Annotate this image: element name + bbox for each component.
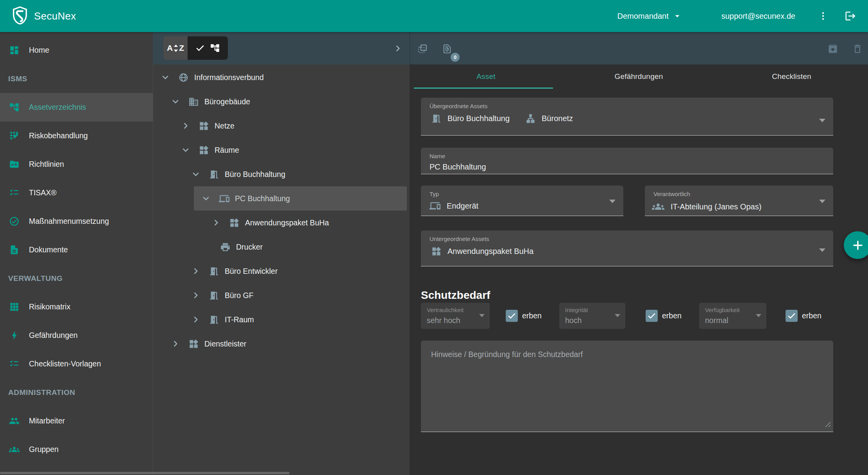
dropdown-arrow-icon[interactable]: [609, 200, 616, 203]
chevron-down-icon[interactable]: [170, 96, 181, 107]
sidebar-item-gruppen[interactable]: Gruppen: [0, 435, 153, 464]
attach-file-icon[interactable]: [442, 43, 453, 54]
tab-gefaehrdungen[interactable]: Gefährdungen: [562, 64, 715, 89]
sidebar-item-richtlinien[interactable]: Richtlinien: [0, 150, 153, 179]
chevron-down-icon[interactable]: [191, 169, 201, 179]
tree-item-dienstleister[interactable]: Dienstleister: [153, 332, 410, 356]
schutzbedarf-heading: Schutzbedarf: [421, 289, 490, 302]
sidebar-item-gefaehrdungen[interactable]: Gefährdungen: [0, 321, 153, 350]
add-asset-fab[interactable]: [844, 231, 868, 259]
sidebar-item-mitarbeiter[interactable]: Mitarbeiter: [0, 407, 153, 435]
logout-icon[interactable]: [845, 10, 856, 22]
chevron-right-icon[interactable]: [170, 339, 181, 349]
tree-item-drucker[interactable]: Drucker: [153, 235, 410, 259]
door-icon: [209, 266, 219, 277]
tree-item-informationsverbund[interactable]: Informationsverbund: [153, 65, 410, 89]
check-icon: [507, 311, 516, 320]
schutzbedarf-notes-input[interactable]: [421, 341, 833, 432]
sidebar-section-verwaltung: VERWALTUNG: [0, 264, 153, 293]
type-select[interactable]: Typ Endgerät: [421, 186, 623, 216]
verfuegbarkeit-select[interactable]: Verfügbarkeit normal: [699, 303, 766, 329]
dropdown-arrow-icon[interactable]: [819, 248, 825, 252]
child-assets-field[interactable]: Untergeordnete Assets Anwendungspaket Bu…: [421, 230, 833, 266]
tree-item-it-raum[interactable]: IT-Raum: [153, 307, 410, 332]
flip-to-back-icon[interactable]: [417, 43, 428, 54]
chevron-right-icon[interactable]: [191, 266, 201, 276]
sort-alphabetical-button[interactable]: AZ: [163, 36, 188, 60]
dropdown-arrow-icon[interactable]: [819, 119, 825, 122]
tree-item-buero-entwickler[interactable]: Büro Entwickler: [153, 259, 410, 283]
erben-checkbox[interactable]: [646, 310, 658, 322]
sidebar-item-massnahmenumsetzung[interactable]: Maßnahmenumsetzung: [0, 207, 153, 236]
delete-icon[interactable]: [852, 43, 863, 54]
tree-item-label: Büro GF: [225, 291, 254, 300]
account-tree-icon: [9, 102, 20, 112]
sidebar-item-dokumente[interactable]: Dokumente: [0, 236, 153, 264]
chevron-right-icon[interactable]: [191, 314, 201, 325]
tree-item-anwendungspaket-buha[interactable]: Anwendungspaket BuHa: [153, 211, 410, 235]
chip-label: Büro Buchhaltung: [447, 114, 510, 123]
parent-assets-field[interactable]: Übergeordnete Assets Büro Buchhaltung Bü…: [421, 98, 833, 136]
sidebar-item-tisax[interactable]: TISAX®: [0, 179, 153, 207]
responsible-select[interactable]: Verantwortlich IT-Abteilung (Janes Opas): [645, 186, 833, 216]
asset-chip[interactable]: Anwendungspaket BuHa: [431, 246, 533, 257]
chevron-right-icon[interactable]: [191, 290, 201, 300]
integritaet-select[interactable]: Integrität hoch: [559, 303, 625, 329]
schutzbedarf-row: Vertraulichkeit sehr hoch erben Integrit…: [421, 303, 833, 329]
tab-asset[interactable]: Asset: [410, 64, 562, 89]
sidebar-item-assetverzeichnis[interactable]: Assetverzeichnis: [0, 93, 153, 121]
sidebar-item-checklisten-vorlagen[interactable]: Checklisten-Vorlagen: [0, 350, 153, 378]
tree-item-raeume[interactable]: Räume: [153, 138, 410, 162]
widgets-icon: [229, 218, 240, 228]
sidebar-item-label: Gruppen: [29, 445, 59, 454]
more-vert-icon[interactable]: [818, 11, 828, 21]
tree-item-buerogebaeude[interactable]: Bürogebäude: [153, 89, 410, 114]
network-icon: [525, 113, 536, 124]
chip-label: Anwendungspaket BuHa: [447, 247, 533, 256]
tree-view-button[interactable]: [188, 36, 228, 60]
sidebar-item-home[interactable]: Home: [0, 36, 153, 64]
sidebar-item-risikomatrix[interactable]: Risikomatrix: [0, 293, 153, 321]
erben-checkbox[interactable]: [506, 310, 518, 322]
field-label: Verantwortlich: [645, 186, 833, 197]
checkbox-label: erben: [522, 311, 542, 320]
horizontal-scrollbar[interactable]: [0, 472, 290, 474]
archive-icon[interactable]: [827, 43, 838, 54]
tree-item-buero-buchhaltung[interactable]: Büro Buchhaltung: [153, 162, 410, 186]
parent-assets-chips: Büro Buchhaltung Büronetz: [421, 109, 833, 124]
tree-item-label: Büro Entwickler: [225, 267, 277, 276]
tree-item-label: Räume: [215, 146, 239, 155]
door-icon: [209, 169, 219, 180]
tenant-selector[interactable]: Demomandant: [617, 11, 682, 21]
sidebar-item-riskobehandlung[interactable]: Riskobehandlung: [0, 121, 153, 150]
chevron-right-icon[interactable]: [393, 43, 403, 54]
sidebar-item-label: Risikomatrix: [29, 302, 70, 311]
rule-folder-icon: [9, 159, 20, 170]
toolbar-strip: AZ 0: [153, 32, 868, 64]
chevron-right-icon[interactable]: [181, 121, 191, 131]
field-label: Übergeordnete Assets: [421, 98, 833, 109]
asset-chip[interactable]: Büro Buchhaltung: [431, 113, 510, 124]
sidebar-item-label: Richtlinien: [29, 160, 64, 169]
tree-item-label: PC Buchhaltung: [235, 194, 290, 203]
type-value: Endgerät: [447, 202, 478, 211]
name-field[interactable]: Name PC Buchhaltung: [421, 148, 833, 174]
dropdown-arrow-icon[interactable]: [819, 200, 825, 203]
chevron-down-icon[interactable]: [160, 72, 170, 82]
tree-item-buero-gf[interactable]: Büro GF: [153, 283, 410, 307]
vertraulichkeit-select[interactable]: Vertraulichkeit sehr hoch: [421, 303, 490, 329]
chevron-down-icon[interactable]: [181, 145, 191, 155]
erben-checkbox[interactable]: [786, 310, 798, 322]
tab-checklisten[interactable]: Checklisten: [715, 64, 868, 89]
tree-item-label: Drucker: [236, 243, 263, 252]
tree-item-label: Bürogebäude: [204, 97, 250, 106]
chevron-down-icon[interactable]: [201, 193, 211, 204]
devices-icon: [430, 200, 440, 211]
app-root: SecuNex Demomandant support@secunex.de H…: [0, 0, 868, 475]
chevron-right-icon[interactable]: [211, 218, 221, 228]
asset-chip[interactable]: Büronetz: [525, 113, 573, 124]
globe-icon: [178, 72, 189, 83]
tree-item-netze[interactable]: Netze: [153, 114, 410, 138]
tree-item-pc-buchhaltung[interactable]: PC Buchhaltung: [194, 186, 407, 211]
integritaet-group: Integrität hoch erben: [559, 303, 682, 329]
